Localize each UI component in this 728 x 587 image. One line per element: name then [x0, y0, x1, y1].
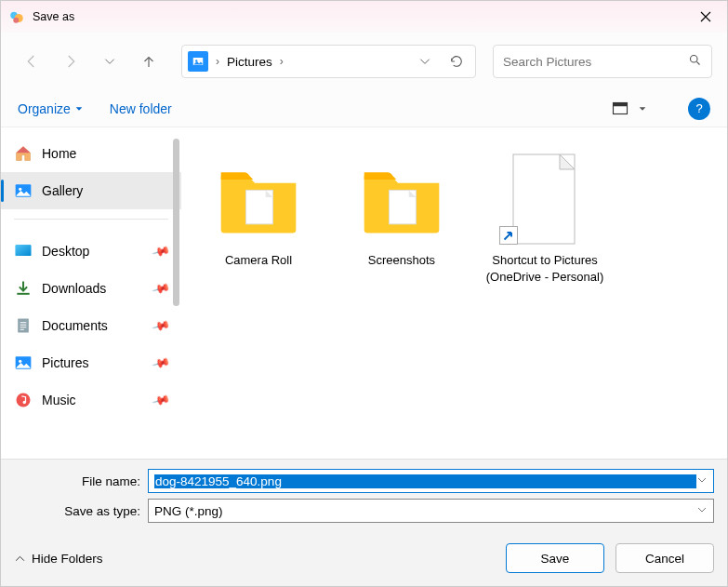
help-button[interactable]: ? — [688, 98, 710, 120]
close-button[interactable] — [684, 1, 727, 33]
cancel-button[interactable]: Cancel — [615, 543, 714, 573]
sidebar-item-pictures[interactable]: Pictures 📌 — [1, 344, 181, 381]
type-value: PNG (*.png) — [154, 504, 696, 518]
folder-icon — [209, 150, 308, 248]
sidebar-item-label: Downloads — [42, 281, 144, 296]
sidebar-item-label: Gallery — [42, 183, 168, 198]
filename-field[interactable]: dog-8421955_640.png — [148, 469, 714, 493]
folder-item[interactable]: Screenshots — [334, 144, 470, 290]
view-options-button[interactable] — [608, 98, 651, 119]
toolbar: Organize New folder ? — [1, 90, 727, 127]
home-icon — [14, 144, 33, 163]
location-segment[interactable]: Pictures — [227, 55, 272, 69]
dropdown-history-button[interactable] — [412, 48, 438, 74]
folder-icon — [352, 150, 451, 248]
address-bar[interactable]: › Pictures › — [181, 45, 476, 78]
organize-label: Organize — [18, 101, 71, 116]
save-button[interactable]: Save — [506, 543, 604, 573]
chevron-right-icon[interactable]: › — [214, 55, 221, 68]
app-icon — [8, 8, 25, 25]
folder-item[interactable]: Camera Roll — [191, 144, 326, 290]
footer: File name: dog-8421955_640.png Save as t… — [1, 459, 727, 586]
search-input[interactable] — [503, 55, 688, 69]
type-label: Save as type: — [14, 504, 148, 518]
svg-point-16 — [23, 401, 26, 404]
shortcut-item[interactable]: Shortcut to Pictures (OneDrive - Persona… — [477, 144, 613, 290]
back-button[interactable] — [16, 46, 47, 77]
up-button[interactable] — [133, 46, 165, 77]
recent-locations-button[interactable] — [94, 46, 126, 77]
item-label: Screenshots — [368, 252, 435, 269]
file-shortcut-icon — [496, 150, 594, 248]
pin-icon: 📌 — [151, 279, 170, 299]
filename-value: dog-8421955_640.png — [154, 474, 696, 488]
hide-folders-label: Hide Folders — [32, 552, 103, 566]
gallery-icon — [14, 181, 33, 200]
search-icon — [688, 53, 702, 71]
pictures-icon — [188, 51, 208, 72]
chevron-right-icon[interactable]: › — [278, 55, 285, 68]
sidebar-item-label: Home — [42, 146, 168, 161]
sidebar-item-downloads[interactable]: Downloads 📌 — [1, 270, 181, 307]
pictures-icon — [14, 354, 33, 372]
desktop-icon — [14, 242, 33, 260]
sidebar-item-label: Documents — [42, 318, 144, 333]
svg-point-5 — [691, 55, 698, 62]
refresh-button[interactable] — [443, 48, 470, 74]
downloads-icon — [14, 279, 33, 298]
hide-folders-toggle[interactable]: Hide Folders — [14, 552, 495, 566]
sidebar-item-label: Desktop — [42, 244, 144, 259]
pin-icon: 📌 — [151, 242, 170, 261]
svg-rect-11 — [16, 245, 32, 256]
svg-point-15 — [17, 394, 31, 407]
pin-icon: 📌 — [151, 316, 170, 336]
search-box[interactable] — [493, 45, 712, 78]
pin-icon: 📌 — [151, 391, 170, 410]
sidebar-item-desktop[interactable]: Desktop 📌 — [1, 233, 181, 270]
sidebar-divider — [14, 219, 168, 220]
documents-icon — [14, 316, 33, 335]
forward-button[interactable] — [55, 46, 86, 77]
type-field[interactable]: PNG (*.png) — [148, 499, 714, 523]
item-label: Camera Roll — [225, 252, 292, 269]
sidebar-scrollbar[interactable] — [173, 139, 179, 306]
sidebar-item-label: Pictures — [42, 355, 144, 370]
filename-label: File name: — [14, 474, 148, 488]
nav-row: › Pictures › — [1, 33, 727, 90]
svg-point-14 — [19, 360, 21, 363]
item-label: Shortcut to Pictures (OneDrive - Persona… — [483, 252, 607, 285]
music-icon — [14, 391, 33, 409]
sidebar-item-home[interactable]: Home — [1, 135, 181, 172]
type-dropdown-button[interactable] — [696, 502, 708, 519]
sidebar-item-music[interactable]: Music 📌 — [1, 381, 181, 419]
svg-point-2 — [13, 18, 19, 23]
pin-icon: 📌 — [151, 354, 170, 373]
window-title: Save as — [33, 10, 684, 23]
organize-menu[interactable]: Organize — [18, 101, 84, 116]
new-folder-button[interactable]: New folder — [110, 101, 172, 116]
svg-point-9 — [19, 188, 21, 191]
body: Home Gallery Desktop 📌 Downloads 📌 Docum… — [1, 127, 727, 459]
sidebar: Home Gallery Desktop 📌 Downloads 📌 Docum… — [1, 127, 181, 459]
sidebar-item-label: Music — [42, 393, 144, 407]
filename-dropdown-button[interactable] — [696, 473, 708, 489]
titlebar: Save as — [1, 1, 727, 33]
file-list[interactable]: Camera Roll Screenshots Shortcut to Pict… — [181, 127, 727, 459]
svg-rect-7 — [614, 103, 628, 107]
sidebar-item-documents[interactable]: Documents 📌 — [1, 307, 181, 344]
sidebar-item-gallery[interactable]: Gallery — [1, 172, 181, 209]
svg-rect-12 — [18, 319, 29, 333]
